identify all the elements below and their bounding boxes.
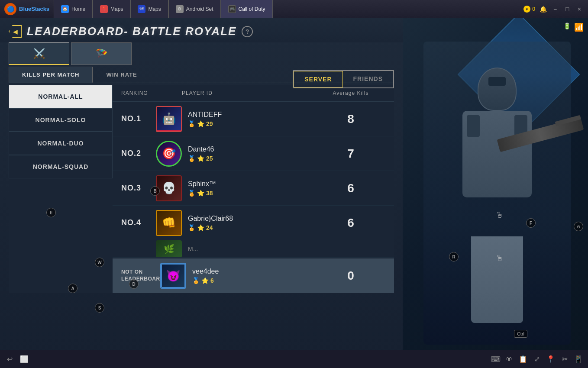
rank-1-kills: 8 (316, 112, 385, 126)
coin-icon: P (523, 6, 530, 13)
home-nav-icon[interactable]: ⬜ (19, 354, 29, 365)
home-icon: 🏠 (61, 5, 69, 13)
current-user-avatar: 😈 (160, 263, 186, 289)
header-avg-kills: Average Kills (316, 90, 385, 96)
partial-row-name: M... (188, 245, 198, 252)
content-area: NORMAL-ALL NORMAL-SOLO NORMAL-DUO NORMAL… (9, 85, 394, 293)
back-nav-icon[interactable]: ↩ (4, 354, 15, 365)
current-user-badges: 🏅 ⭐ 6 (192, 277, 316, 284)
coin-value: 0 (532, 6, 535, 12)
rank-2-level: 25 (206, 155, 213, 162)
rank-4-info: Gabrie}Clair68 🏅 ⭐ 24 (188, 215, 316, 231)
rank-4-number: NO.4 (121, 218, 156, 227)
brand-area: 🔵 BlueStacks (0, 0, 54, 18)
rank-3-info: Sphinx™ 🏅 ⭐ 38 (188, 180, 316, 197)
cut-icon[interactable]: ✂ (559, 354, 570, 365)
rank-2-kills: 7 (316, 147, 385, 161)
current-user-row: NOT ONLEADERBOARD 😈 vee4dee 🏅 ⭐ 6 (113, 258, 394, 293)
rank-2-avatar: 🎯 (156, 141, 182, 167)
rank-3-badges: 🏅 ⭐ 38 (188, 190, 316, 197)
server-button[interactable]: SERVER (294, 71, 342, 87)
notification-icon[interactable]: 🔔 (539, 5, 547, 13)
bottom-right: ⌨ 👁 📋 ⤢ 📍 ✂ 📱 (490, 354, 584, 365)
tab-cod-label: Call of Duty (239, 6, 265, 12)
current-user-kills: 0 (316, 269, 385, 283)
scroll-icon: ⊖ (574, 222, 583, 231)
category-normal-solo[interactable]: NORMAL-SOLO (9, 108, 113, 132)
server-toggle: SERVER FRIENDS (293, 70, 394, 88)
tab-home[interactable]: 🏠 Home (54, 0, 93, 18)
taskbar-right: P 0 🔔 − □ × (519, 5, 588, 13)
rank-1-info: ANTIDEFF 🏅 ⭐ 29 (188, 111, 316, 127)
rank-1-level: 29 (206, 120, 213, 127)
mobile-icon[interactable]: 📱 (573, 354, 584, 365)
rank-2-badges: 🏅 ⭐ 25 (188, 155, 316, 162)
resize-icon[interactable]: ⤢ (532, 354, 542, 365)
tab-home-label: Home (71, 6, 85, 12)
tab-cod[interactable]: 🎮 Call of Duty (221, 0, 273, 18)
panel-title: LEADERBOARD- BATTLE ROYALE (27, 25, 236, 38)
table-row: NO.4 👊 Gabrie}Clair68 🏅 ⭐ 24 (113, 206, 394, 240)
rank-4-badges: 🏅 ⭐ 24 (188, 224, 316, 231)
friends-button[interactable]: FRIENDS (343, 71, 393, 87)
rank-1-name: ANTIDEFF (188, 111, 316, 119)
current-user-star-icon: ⭐ (201, 277, 209, 284)
tab-maps1[interactable]: 📍 Maps (93, 0, 130, 18)
rank-2-name: Dante46 (188, 145, 316, 153)
panel-header: ◀ LEADERBOARD- BATTLE ROYALE ? (0, 18, 403, 42)
eye-icon[interactable]: 👁 (504, 354, 514, 365)
table-row: NO.2 🎯 Dante46 🏅 ⭐ 25 7 (113, 136, 394, 171)
category-normal-all[interactable]: NORMAL-ALL (9, 85, 113, 108)
maximize-btn[interactable]: □ (563, 5, 572, 13)
tab-kills-per-match[interactable]: KILLS PER MATCH (9, 67, 93, 83)
rank-4-star-icon: ⭐ (197, 224, 204, 231)
minimize-btn[interactable]: − (551, 5, 559, 13)
tab-android-label: Android Set (186, 6, 213, 12)
rank-4-avatar: 👊 (156, 210, 182, 236)
current-user-info: vee4dee 🏅 ⭐ 6 (192, 268, 316, 284)
copy-icon[interactable]: 📋 (518, 354, 528, 365)
key-hint-w: W (95, 258, 104, 267)
game-background: 📶 🔋 🖱 🖱 Ctrl (402, 18, 588, 368)
maps2-icon: 🗺 (138, 5, 145, 13)
back-button[interactable]: ◀ (9, 25, 22, 38)
tab-win-rate[interactable]: WIN RATE (93, 67, 150, 83)
cod-icon: 🎮 (228, 5, 236, 13)
mode-tab-combat[interactable]: ⚔️ (9, 42, 69, 65)
key-hint-r: R (449, 252, 459, 261)
close-btn[interactable]: × (575, 5, 584, 13)
mouse-right-icon: 🖱 (496, 211, 504, 220)
key-hint-a: A (68, 284, 78, 293)
coin-display: P 0 (523, 6, 535, 13)
brand-logo: 🔵 (4, 3, 16, 15)
rank-3-name: Sphinx™ (188, 180, 316, 188)
tab-maps2[interactable]: 🗺 Maps (130, 0, 168, 18)
rank-1-star-icon: ⭐ (197, 120, 204, 127)
help-button[interactable]: ? (242, 26, 253, 37)
key-hint-b: B (150, 186, 160, 196)
bottom-left: ↩ ⬜ (4, 354, 29, 365)
category-normal-squad[interactable]: NORMAL-SQUAD (9, 155, 113, 178)
rank-3-avatar: 💀 (156, 175, 182, 201)
taskbar: 🔵 BlueStacks 🏠 Home 📍 Maps 🗺 Maps ⚙ Andr… (0, 0, 588, 18)
mouse-left-icon: 🖱 (496, 254, 504, 263)
leaderboard-panel: ◀ LEADERBOARD- BATTLE ROYALE ? ⚔️ 🪂 SERV… (0, 18, 403, 368)
tab-maps2-label: Maps (148, 6, 161, 12)
mode-tab-parachute[interactable]: 🪂 (71, 42, 132, 65)
table-row-partial: 🌿 M... (113, 240, 394, 258)
header-player-id: PLAYER ID (156, 90, 316, 96)
location-icon[interactable]: 📍 (546, 354, 556, 365)
maps1-icon: 📍 (100, 5, 108, 13)
soldier-figure (415, 18, 579, 368)
tab-android[interactable]: ⚙ Android Set (168, 0, 221, 18)
rank-1-badges: 🏅 ⭐ 29 (188, 120, 316, 127)
keyboard-icon[interactable]: ⌨ (490, 354, 501, 365)
taskbar-tabs: 🏠 Home 📍 Maps 🗺 Maps ⚙ Android Set 🎮 Cal… (54, 0, 519, 18)
category-normal-duo[interactable]: NORMAL-DUO (9, 132, 113, 155)
rank-4-name: Gabrie}Clair68 (188, 215, 316, 223)
rank-2-info: Dante46 🏅 ⭐ 25 (188, 145, 316, 162)
brand-name: BlueStacks (19, 6, 49, 12)
bottom-bar: ↩ ⬜ ⌨ 👁 📋 ⤢ 📍 ✂ 📱 (0, 350, 588, 368)
rank-2-star-icon: ⭐ (197, 155, 204, 162)
rank-3-level: 38 (206, 190, 213, 197)
